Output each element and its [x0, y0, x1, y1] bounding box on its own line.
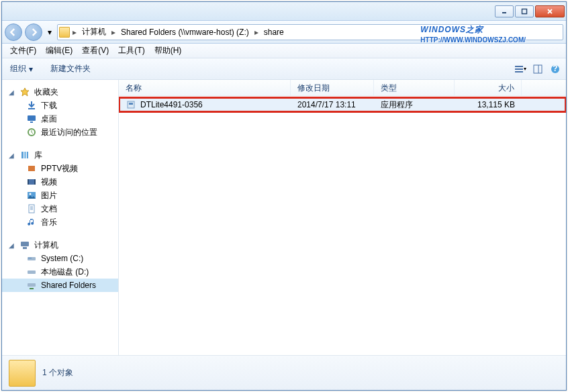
navigation-bar: ▾ ▸ 计算机 ▸ Shared Folders (\\vmware-host)… [2, 21, 566, 44]
disclosure-icon: ◢ [9, 242, 15, 249]
column-type[interactable]: 类型 [374, 80, 455, 95]
file-list[interactable]: DTLite4491-03562014/7/17 13:11应用程序13,115… [119, 96, 566, 355]
svg-rect-30 [23, 247, 27, 249]
close-button[interactable] [535, 5, 565, 17]
forward-button[interactable] [25, 23, 42, 41]
tree-item-label: 音乐 [41, 217, 57, 228]
chevron-down-icon: ▾ [524, 66, 526, 72]
svg-rect-33 [28, 271, 36, 274]
download-icon [26, 100, 37, 111]
file-row[interactable]: DTLite4491-03562014/7/17 13:11应用程序13,115… [119, 97, 566, 112]
tree-header-libraries[interactable]: ◢ 库 [2, 148, 118, 162]
tree-item-label: 文档 [41, 203, 57, 215]
tree-item-downloads[interactable]: 下载 [2, 99, 118, 112]
maximize-button[interactable] [515, 5, 534, 17]
svg-rect-32 [28, 258, 32, 258]
recent-icon [26, 127, 37, 138]
computer-icon [19, 240, 30, 250]
column-name[interactable]: 名称 [119, 80, 291, 95]
tree-item-label: 视频 [41, 177, 57, 188]
tree-group-libraries: ◢ 库 PPTV视频 视频 图片 文档 音乐 [2, 148, 118, 229]
tree-item-documents[interactable]: 文档 [2, 202, 118, 215]
svg-rect-14 [30, 121, 33, 123]
file-name: DTLite4491-0356 [140, 100, 203, 109]
body: ◢ 收藏夹 下载 桌面 最近访问的位置 ◢ 库 PPTV视频 视频 图片 文档 … [2, 80, 566, 355]
tree-item-label: 桌面 [41, 113, 57, 125]
drive-icon [26, 253, 37, 264]
breadcrumb-segment[interactable]: 计算机 [79, 25, 109, 40]
svg-rect-5 [515, 68, 523, 70]
drive-icon [26, 266, 37, 277]
menu-view[interactable]: 查看(V) [78, 44, 113, 58]
video-icon [26, 163, 37, 174]
svg-rect-6 [515, 71, 523, 72]
file-modified: 2014/7/17 13:11 [291, 99, 374, 111]
svg-rect-19 [28, 166, 35, 171]
organize-button[interactable]: 组织▾ [6, 61, 37, 77]
menu-bar: 文件(F) 编辑(E) 查看(V) 工具(T) 帮助(H) [2, 44, 566, 58]
folder-icon [59, 27, 70, 38]
titlebar [2, 2, 566, 21]
tree-item-label: System (C:) [41, 254, 83, 263]
column-modified[interactable]: 修改日期 [291, 80, 374, 95]
help-button[interactable]: ? [549, 62, 562, 76]
tree-item-label: PPTV视频 [41, 163, 78, 175]
menu-help[interactable]: 帮助(H) [150, 44, 186, 58]
disclosure-icon: ◢ [9, 89, 15, 96]
chevron-right-icon: ▸ [110, 28, 117, 37]
tree-item-drive-c[interactable]: System (C:) [2, 252, 118, 265]
column-headers: 名称 修改日期 类型 大小 [119, 80, 566, 96]
svg-rect-34 [28, 283, 36, 287]
tree-item-videos[interactable]: 视频 [2, 175, 118, 189]
music-icon [26, 217, 37, 228]
menu-edit[interactable]: 编辑(E) [42, 44, 77, 58]
preview-pane-button[interactable] [531, 62, 545, 76]
svg-rect-4 [515, 66, 523, 67]
tree-item-recent[interactable]: 最近访问的位置 [2, 126, 118, 139]
svg-rect-22 [34, 179, 36, 185]
tree-item-desktop[interactable]: 桌面 [2, 112, 118, 126]
star-icon [19, 87, 30, 97]
menu-tools[interactable]: 工具(T) [114, 44, 148, 58]
svg-rect-29 [21, 242, 29, 246]
svg-rect-36 [129, 103, 133, 105]
svg-rect-16 [21, 152, 23, 158]
content-pane: 名称 修改日期 类型 大小 DTLite4491-03562014/7/17 1… [119, 80, 566, 355]
breadcrumb-segment[interactable]: Shared Folders (\\vmware-host) (Z:) [118, 25, 252, 40]
tree-label: 计算机 [34, 240, 58, 251]
svg-marker-11 [21, 88, 29, 96]
view-options-button[interactable]: ▾ [514, 62, 527, 76]
tree-item-pictures[interactable]: 图片 [2, 189, 118, 202]
minimize-button[interactable] [495, 5, 514, 17]
tree-header-computer[interactable]: ◢ 计算机 [2, 238, 118, 252]
tree-item-pptv[interactable]: PPTV视频 [2, 162, 118, 175]
tree-item-label: Shared Folders [41, 281, 96, 290]
video-icon [26, 177, 37, 187]
svg-rect-13 [28, 115, 36, 121]
file-type: 应用程序 [374, 98, 455, 112]
address-bar[interactable]: ▸ 计算机 ▸ Shared Folders (\\vmware-host) (… [57, 24, 563, 40]
tree-label: 收藏夹 [34, 87, 58, 98]
column-size[interactable]: 大小 [455, 80, 522, 95]
breadcrumb-segment[interactable]: share [261, 25, 287, 40]
pictures-icon [26, 190, 37, 201]
tree-item-shared-folders[interactable]: Shared Folders [2, 279, 118, 292]
status-text: 1 个对象 [42, 367, 73, 379]
tree-item-music[interactable]: 音乐 [2, 215, 118, 229]
tree-item-drive-d[interactable]: 本地磁盘 (D:) [2, 265, 118, 279]
history-dropdown[interactable]: ▾ [45, 28, 54, 37]
tree-label: 库 [34, 150, 42, 161]
navigation-pane: ◢ 收藏夹 下载 桌面 最近访问的位置 ◢ 库 PPTV视频 视频 图片 文档 … [2, 80, 119, 355]
svg-rect-31 [28, 257, 36, 260]
tree-item-label: 下载 [41, 100, 57, 111]
chevron-right-icon: ▸ [71, 28, 78, 37]
network-drive-icon [26, 280, 37, 291]
menu-file[interactable]: 文件(F) [6, 44, 40, 58]
desktop-icon [26, 113, 37, 124]
tree-header-favorites[interactable]: ◢ 收藏夹 [2, 85, 118, 99]
svg-rect-7 [534, 65, 542, 73]
new-folder-button[interactable]: 新建文件夹 [46, 61, 95, 77]
svg-rect-1 [522, 9, 527, 13]
back-button[interactable] [5, 23, 22, 41]
explorer-window: ▾ ▸ 计算机 ▸ Shared Folders (\\vmware-host)… [1, 1, 567, 391]
